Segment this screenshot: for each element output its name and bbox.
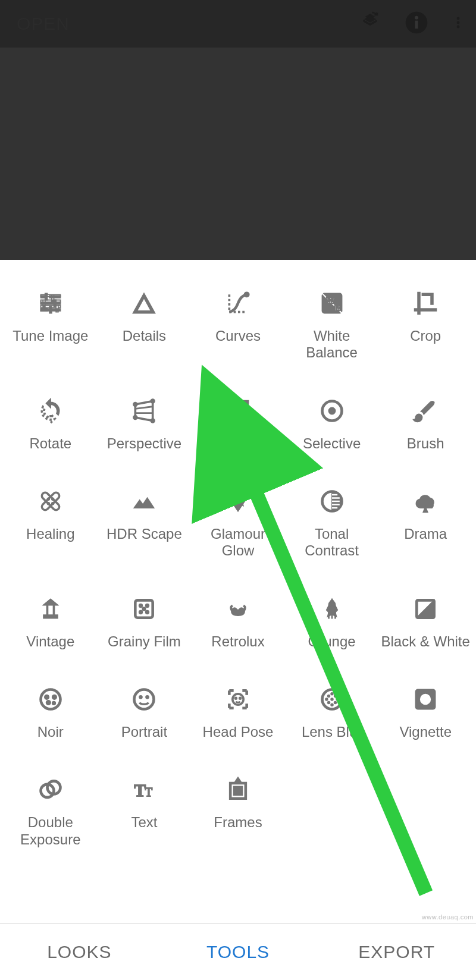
tool-frames[interactable]: Frames bbox=[191, 775, 285, 848]
svg-point-16 bbox=[328, 407, 335, 414]
canvas-area: OPEN bbox=[0, 0, 476, 260]
tool-double-exposure[interactable]: Double Exposure bbox=[4, 775, 98, 848]
svg-point-38 bbox=[146, 696, 149, 699]
tool-noir[interactable]: Noir bbox=[4, 684, 98, 740]
grunge-icon bbox=[317, 594, 347, 624]
tool-rotate[interactable]: Rotate bbox=[4, 396, 98, 452]
tool-brush[interactable]: Brush bbox=[378, 396, 472, 452]
svg-point-11 bbox=[151, 399, 155, 403]
svg-point-40 bbox=[234, 697, 237, 699]
svg-point-49 bbox=[327, 702, 330, 704]
svg-point-29 bbox=[146, 610, 149, 614]
frames-icon bbox=[223, 775, 253, 805]
tab-export[interactable]: EXPORT bbox=[317, 924, 476, 980]
tool-label: Selective bbox=[303, 435, 361, 452]
svg-point-6 bbox=[245, 292, 249, 297]
tab-looks[interactable]: LOOKS bbox=[0, 924, 159, 980]
tool-label: Tonal Contrast bbox=[287, 526, 377, 560]
tool-label: Tune Image bbox=[12, 328, 88, 344]
more-menu-icon[interactable] bbox=[451, 11, 465, 37]
tool-expand[interactable]: Expand bbox=[191, 396, 285, 452]
tool-portrait[interactable]: Portrait bbox=[98, 684, 192, 740]
tool-black-white[interactable]: Black & White bbox=[378, 594, 472, 650]
tool-label: Portrait bbox=[121, 724, 167, 740]
svg-point-50 bbox=[334, 702, 336, 704]
tool-vintage[interactable]: Vintage bbox=[4, 594, 98, 650]
info-icon[interactable] bbox=[405, 11, 428, 37]
svg-point-31 bbox=[40, 689, 60, 709]
tool-label: Grainy Film bbox=[108, 633, 181, 650]
tool-selective[interactable]: Selective bbox=[285, 396, 379, 452]
tool-label: Perspective bbox=[107, 435, 181, 452]
tool-label: Rotate bbox=[29, 435, 71, 452]
tool-drama[interactable]: Drama bbox=[378, 486, 472, 560]
tool-label: Vintage bbox=[26, 633, 74, 650]
svg-point-22 bbox=[52, 502, 54, 505]
tool-tune-image[interactable]: Tune Image bbox=[4, 288, 98, 362]
tool-healing[interactable]: Healing bbox=[4, 486, 98, 560]
tab-tools[interactable]: TOOLS bbox=[159, 924, 318, 980]
tool-retrolux[interactable]: Retrolux bbox=[191, 594, 285, 650]
svg-point-32 bbox=[45, 695, 49, 699]
tool-hdr-scape[interactable]: HDR Scape bbox=[98, 486, 192, 560]
tool-head-pose[interactable]: Head Pose bbox=[191, 684, 285, 740]
tool-white-balance[interactable]: WBWhite Balance bbox=[285, 288, 379, 362]
tool-text[interactable]: TTText bbox=[98, 775, 192, 848]
tool-lens-blur[interactable]: Lens Blur bbox=[285, 684, 379, 740]
tool-label: Crop bbox=[410, 328, 441, 344]
vintage-icon bbox=[36, 594, 65, 624]
top-bar: OPEN bbox=[0, 0, 476, 48]
tool-tonal-contrast[interactable]: Tonal Contrast bbox=[285, 486, 379, 560]
tool-vignette[interactable]: Vignette bbox=[378, 684, 472, 740]
tonal-contrast-icon bbox=[317, 486, 347, 516]
drama-icon bbox=[411, 486, 440, 516]
perspective-icon bbox=[129, 396, 159, 426]
undo-layers-icon[interactable] bbox=[358, 11, 382, 37]
curves-icon bbox=[223, 288, 253, 318]
open-button[interactable]: OPEN bbox=[17, 14, 70, 34]
svg-point-41 bbox=[239, 697, 242, 699]
glamour-glow-icon bbox=[223, 486, 253, 516]
svg-text:T: T bbox=[134, 781, 146, 800]
tool-label: Retrolux bbox=[211, 633, 264, 650]
svg-point-46 bbox=[336, 698, 339, 701]
double-exposure-icon bbox=[36, 775, 65, 805]
healing-icon bbox=[36, 486, 65, 516]
svg-point-19 bbox=[47, 498, 49, 500]
bottom-nav: LOOKS TOOLS EXPORT bbox=[0, 923, 476, 980]
tool-label: Double Exposure bbox=[6, 814, 95, 848]
tool-details[interactable]: Details bbox=[98, 288, 192, 362]
svg-point-47 bbox=[327, 695, 330, 698]
tool-grainy-film[interactable]: Grainy Film bbox=[98, 594, 192, 650]
brush-icon bbox=[411, 396, 440, 426]
tool-label: Noir bbox=[37, 724, 64, 740]
lens-blur-icon bbox=[317, 684, 347, 714]
svg-point-34 bbox=[46, 701, 50, 705]
tool-label: Lens Blur bbox=[302, 724, 362, 740]
tool-grunge[interactable]: Grunge bbox=[285, 594, 379, 650]
vignette-icon bbox=[411, 684, 440, 714]
svg-point-37 bbox=[140, 696, 143, 699]
tool-crop[interactable]: Crop bbox=[378, 288, 472, 362]
watermark: www.deuaq.com bbox=[422, 913, 474, 921]
tool-label: White Balance bbox=[287, 328, 377, 362]
svg-point-13 bbox=[133, 415, 137, 419]
tool-label: Brush bbox=[407, 435, 444, 452]
tool-perspective[interactable]: Perspective bbox=[98, 396, 192, 452]
tool-label: HDR Scape bbox=[107, 526, 182, 542]
svg-point-51 bbox=[331, 698, 333, 701]
tool-label: Text bbox=[131, 814, 157, 831]
svg-point-33 bbox=[52, 695, 57, 699]
crop-icon bbox=[411, 288, 440, 318]
svg-point-35 bbox=[52, 702, 56, 705]
hdr-scape-icon bbox=[129, 486, 159, 516]
svg-rect-58 bbox=[234, 787, 243, 796]
tool-label: Head Pose bbox=[203, 724, 274, 740]
tool-label: Frames bbox=[214, 814, 262, 831]
svg-point-5 bbox=[457, 26, 460, 29]
svg-point-45 bbox=[325, 698, 328, 701]
tool-glamour-glow[interactable]: Glamour Glow bbox=[191, 486, 285, 560]
tool-curves[interactable]: Curves bbox=[191, 288, 285, 362]
tool-label: Vignette bbox=[399, 724, 452, 740]
svg-point-21 bbox=[47, 502, 49, 505]
